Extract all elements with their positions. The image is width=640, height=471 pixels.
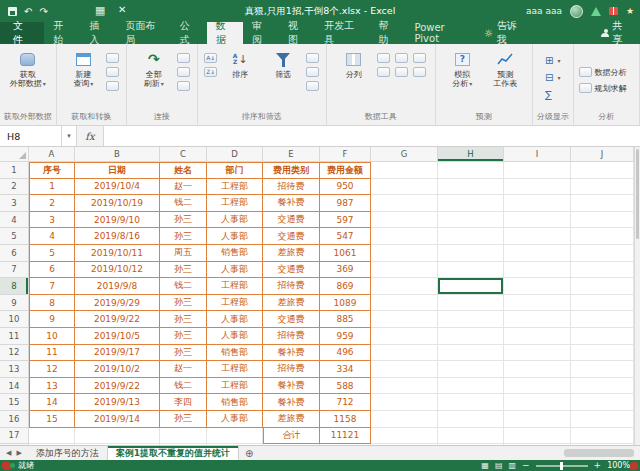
cell-F10[interactable]: 885 [320,311,371,328]
refresh-all-button[interactable]: ↷ 全部 刷新▾ [134,47,174,88]
name-box-dropdown-icon[interactable]: ▾ [62,126,77,146]
from-table-icon[interactable] [106,67,119,77]
cell-D11[interactable]: 人事部 [207,328,263,345]
cell-E17[interactable]: 合计 [263,428,320,445]
cell-H4[interactable] [438,212,504,229]
cell-G1[interactable] [371,162,438,179]
recent-sources-icon[interactable] [106,81,119,91]
properties-icon[interactable] [177,67,190,77]
cell-C11[interactable]: 孙三 [160,328,207,345]
horizontal-scrollbar[interactable] [259,446,640,460]
cell-I17[interactable] [504,428,571,445]
zoom-slider[interactable] [536,465,588,467]
cell-J16[interactable] [571,411,634,428]
column-header-E[interactable]: E [263,147,320,162]
cell-A9[interactable]: 8 [29,295,75,312]
cell-H10[interactable] [438,311,504,328]
cell-A6[interactable]: 5 [29,245,75,262]
what-if-analysis-button[interactable]: ? 模拟 分析▾ [442,47,482,88]
cell-A10[interactable]: 9 [29,311,75,328]
cell-J1[interactable] [571,162,634,179]
row-header-11[interactable]: 11 [0,328,29,345]
cell-I2[interactable] [504,179,571,196]
view-page-layout-icon[interactable]: ▤ [495,461,503,470]
cell-E16[interactable]: 差旅费 [263,411,320,428]
sort-ascending-icon[interactable]: A↓ [204,53,217,63]
cell-B13[interactable]: 2019/10/2 [75,361,160,378]
cell-C12[interactable]: 孙三 [160,345,207,362]
cell-A11[interactable]: 10 [29,328,75,345]
cell-J9[interactable] [571,295,634,312]
cell-J13[interactable] [571,361,634,378]
row-header-7[interactable]: 7 [0,262,29,279]
share-button[interactable]: 共享 [591,22,640,44]
cell-H7[interactable] [438,262,504,279]
reapply-icon[interactable] [306,67,319,77]
sheet-tab-case1-active[interactable]: 案例1提取不重复的值并统计 [108,446,239,460]
sort-descending-icon[interactable]: Z↓ [204,67,217,77]
formula-input[interactable] [103,126,640,146]
cell-D3[interactable]: 工程部 [207,195,263,212]
advanced-filter-icon[interactable] [306,81,319,91]
zoom-slider-thumb[interactable] [560,462,563,470]
row-header-9[interactable]: 9 [0,295,29,312]
consolidate-icon[interactable] [377,67,390,77]
column-header-H[interactable]: H [438,147,504,162]
cell-I12[interactable] [504,345,571,362]
cell-A4[interactable]: 3 [29,212,75,229]
cell-J3[interactable] [571,195,634,212]
cell-A12[interactable]: 11 [29,345,75,362]
cell-E13[interactable]: 招待费 [263,361,320,378]
tab-home[interactable]: 开始 [44,22,80,44]
cell-J6[interactable] [571,245,634,262]
cell-J8[interactable] [571,278,634,295]
cell-I3[interactable] [504,195,571,212]
cell-D2[interactable]: 工程部 [207,179,263,196]
cell-C8[interactable]: 钱二 [160,278,207,295]
cell-D15[interactable]: 销售部 [207,394,263,411]
cell-J11[interactable] [571,328,634,345]
cell-C14[interactable]: 钱二 [160,378,207,395]
vertical-scrollbar[interactable] [634,147,640,445]
cell-J5[interactable] [571,228,634,245]
cell-H5[interactable] [438,228,504,245]
cell-A3[interactable]: 2 [29,195,75,212]
cell-D6[interactable]: 销售部 [207,245,263,262]
cell-C15[interactable]: 李四 [160,394,207,411]
cell-A8[interactable]: 7 [29,278,75,295]
clear-filter-icon[interactable] [306,53,319,63]
row-header-3[interactable]: 3 [0,195,29,212]
cell-H17[interactable] [438,428,504,445]
text-to-columns-button[interactable]: 分列 [334,47,374,79]
cell-J4[interactable] [571,212,634,229]
cell-B10[interactable]: 2019/9/22 [75,311,160,328]
cell-G4[interactable] [371,212,438,229]
solver-button[interactable]: 规划求解 [577,81,629,94]
cell-G8[interactable] [371,278,438,295]
cell-H2[interactable] [438,179,504,196]
cell-A1[interactable]: 序号 [29,162,75,179]
cell-E8[interactable]: 招待费 [263,278,320,295]
cell-H9[interactable] [438,295,504,312]
connections-icon[interactable] [177,53,190,63]
tab-review[interactable]: 审阅 [243,22,279,44]
column-header-G[interactable]: G [371,147,438,162]
cell-E3[interactable]: 餐补费 [263,195,320,212]
new-sheet-icon[interactable]: ⊕ [239,446,259,460]
cell-I6[interactable] [504,245,571,262]
cell-E6[interactable]: 差旅费 [263,245,320,262]
cell-C16[interactable]: 孙三 [160,411,207,428]
user-name[interactable]: aaa aaa [526,6,562,16]
cell-D10[interactable]: 人事部 [207,311,263,328]
cell-G11[interactable] [371,328,438,345]
cell-E5[interactable]: 交通费 [263,228,320,245]
cell-E14[interactable]: 餐补费 [263,378,320,395]
cell-G3[interactable] [371,195,438,212]
cell-C13[interactable]: 赵一 [160,361,207,378]
cell-D16[interactable]: 人事部 [207,411,263,428]
cell-G6[interactable] [371,245,438,262]
cell-A2[interactable]: 1 [29,179,75,196]
column-header-J[interactable]: J [571,147,634,162]
cell-A16[interactable]: 15 [29,411,75,428]
row-header-5[interactable]: 5 [0,228,29,245]
